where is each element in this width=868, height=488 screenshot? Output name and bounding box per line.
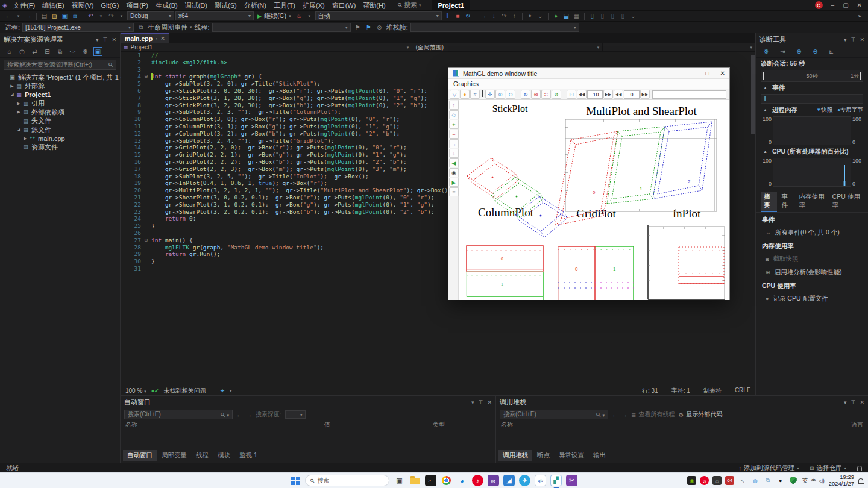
window-switch-tray-icon[interactable]: ⧉ [763,476,772,485]
cpu-lane-header[interactable]: CPU (所有处理器的百分比) [772,148,849,156]
redo-dropdown-icon[interactable]: ▾ [117,11,126,20]
close-icon[interactable]: ✕ [487,399,492,405]
pin-icon[interactable]: ⊤ [103,37,108,43]
chrome-icon[interactable] [441,475,452,486]
tab-events[interactable]: 事件 [778,192,794,212]
disc-tray-icon[interactable]: ◍ [750,476,760,485]
cursor-tray-icon[interactable]: ↖ [738,476,747,485]
menu-project[interactable]: 项目(P) [122,0,152,11]
configuration-combo[interactable]: Debug▾ [127,11,174,20]
mathgl-canvas[interactable]: StickPlot MultiPlot and ShearPlot Column… [459,100,729,300]
menu-edit[interactable]: 编辑(E) [39,0,68,11]
send-feedback-icon[interactable]: ➢ [855,11,864,20]
ime-indicator[interactable]: 英 [802,477,808,485]
debug-location-icon[interactable]: ⬓ [562,11,571,20]
menu-tools[interactable]: 工具(T) [270,0,299,11]
redo-icon[interactable]: ↷ [107,11,116,20]
back-dropdown-icon[interactable]: ▾ [14,11,23,20]
record-cpu-button[interactable]: ●记录 CPU 配置文件 [756,292,868,305]
flag-icon[interactable]: ⚑ [353,23,362,32]
mathgl-app-icon[interactable]: ▞ [550,475,562,486]
netease-tray-icon[interactable]: ♫ [700,476,709,485]
navigate-forward-icon[interactable]: → [24,11,33,20]
expander-icon[interactable]: ◢ [16,127,22,132]
wireframe-icon[interactable]: ▽ [450,90,459,99]
collapse-icon[interactable]: ▲ [761,147,770,156]
expander-icon[interactable]: ▶ [16,110,22,114]
tab-summary[interactable]: 摘要 [761,192,777,212]
char-indicator[interactable]: 字符: 1 [671,387,690,395]
fold-icon[interactable]: ⊟ [145,237,151,244]
move-icon[interactable]: ✛ [485,90,495,99]
test-explorer-icon[interactable]: ♦ [552,11,561,20]
show-external-code-button[interactable]: ⚙显示外部代码 [678,410,722,419]
step-over-icon[interactable]: ↷ [500,11,509,20]
select-repository-button[interactable]: ⧈ 选择仓库▴ [810,464,846,472]
column-value[interactable]: 值 [324,421,433,429]
snipping-icon[interactable]: ✂ [566,475,577,486]
home-icon[interactable]: ⌂ [5,47,14,56]
thread-combo[interactable]: ▾ [212,23,351,32]
tab-cpu-usage[interactable]: CPU 使用率 [829,192,863,212]
menu-window[interactable]: 窗口(W) [329,0,360,11]
menu-extensions[interactable]: 扩展(X) [299,0,329,11]
tree-item[interactable]: ▶⁺⁺main.cpp [0,134,120,143]
code-lens-icon[interactable]: ✦ [526,11,535,20]
code-cleanup-icon[interactable]: ✦ [220,387,225,394]
tree-item[interactable]: ▶▤外部依赖项 [0,108,120,117]
flag-current-icon[interactable]: ⚑ [364,23,373,32]
vscode-icon[interactable]: ◢ [503,475,515,486]
tab-autos[interactable]: 自动窗口 [123,450,157,461]
slideshow-icon[interactable]: ◉ [449,168,459,177]
netease-music-icon[interactable]: ♪ [472,475,483,486]
menu-view[interactable]: 视图(V) [68,0,98,11]
undo-icon[interactable]: ↶ [86,11,95,20]
menu-debug[interactable]: 调试(D) [181,0,211,11]
all-events-link[interactable]: ⇔所有事件(0 个, 共 0 个) [756,226,868,239]
menu-file[interactable]: 文件(F) [10,0,39,11]
expander-icon[interactable]: ▶ [16,101,22,106]
memory-lane-header[interactable]: 进程内存 [772,106,797,114]
notification-bell-icon[interactable] [858,478,863,483]
step-into-icon[interactable]: ↓ [489,11,498,20]
tree-item[interactable]: ▤头文件 [0,117,120,126]
stop-icon[interactable]: ⊗ [531,90,541,99]
telegram-icon[interactable]: ✈ [519,475,530,486]
tab-breakpoints[interactable]: 断点 [533,450,554,461]
platform-combo[interactable]: x64▾ [175,11,254,20]
scrollbar-thumb[interactable] [751,55,755,134]
prev-result-icon[interactable]: ← [612,411,618,418]
menu-analyze[interactable]: 分析(N) [241,0,270,11]
file-explorer-icon[interactable] [409,475,421,486]
tab-main-cpp[interactable]: main.cpp ◦ ✕ [121,33,169,43]
pin-icon[interactable]: ⊤ [479,399,483,405]
prev-result-icon[interactable]: ← [236,411,242,418]
overflow-icon[interactable]: ⌄ [536,11,545,20]
mathgl-titlebar[interactable]: MathGL demo window title – □ ✕ [448,68,729,79]
show-next-statement-icon[interactable]: → [479,11,488,20]
terminal-icon[interactable]: >_ [425,475,436,486]
zoom-out-icon[interactable]: − [449,130,459,139]
open-file-icon[interactable]: ▨ [50,11,59,20]
tab-state-icon[interactable]: ◦ [156,36,157,42]
menu-build[interactable]: 生成(B) [152,0,181,11]
command-input[interactable] [652,90,726,99]
hot-reload-icon[interactable]: ♨ [295,11,304,20]
code-line[interactable]: 2#include <mgl2/fltk.h> [121,59,755,66]
close-icon[interactable]: ✕ [860,399,864,405]
stack-frame-combo[interactable]: ▾ [410,23,579,32]
add-to-source-control-button[interactable]: ↑ 添加到源代码管理▴ [738,464,799,472]
task-view-icon[interactable]: ▣ [394,475,405,486]
eol-indicator[interactable]: CRLF [735,387,750,395]
tower-tray-icon[interactable]: ⌂ [712,476,722,485]
expander-icon[interactable]: ◢ [9,92,15,97]
column-type[interactable]: 类型 [433,421,445,429]
timeline-ruler[interactable]: 50秒 1分 [761,70,863,82]
toolbar-overflow-icon[interactable]: ⌄ [629,11,638,20]
search-depth-combo[interactable]: ▾ [285,410,306,419]
undo-dropdown-icon[interactable]: ▾ [96,11,105,20]
next-10-frames-button[interactable]: ▶▶ [603,90,613,99]
bookmark-next-icon[interactable]: ▯ [608,11,617,20]
light-icon[interactable]: ● [460,90,470,99]
tree-item[interactable]: ▶▥引用 [0,99,120,108]
